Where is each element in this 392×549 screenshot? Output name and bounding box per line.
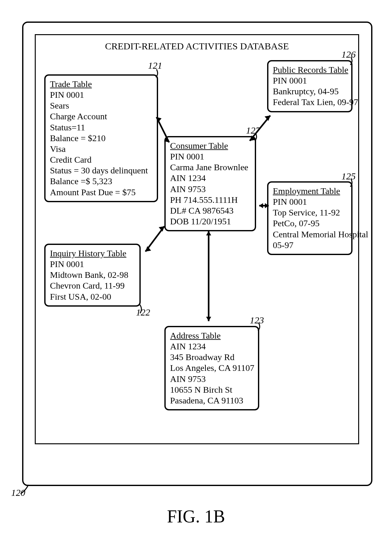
trade-line: Sears <box>50 100 152 111</box>
consumer-line: Carma Jane Brownlee <box>170 162 250 173</box>
address-header: Address Table <box>170 330 254 341</box>
svg-marker-14 <box>206 317 211 321</box>
consumer-header: Consumer Table <box>170 140 250 151</box>
lead-122 <box>126 301 148 323</box>
lead-125 <box>335 177 357 199</box>
lead-127 <box>240 131 262 153</box>
svg-marker-7 <box>259 203 263 208</box>
consumer-line: AIN 9753 <box>170 184 250 195</box>
arrow-inquiry-consumer <box>141 221 169 256</box>
public-line: Bankruptcy, 04-95 <box>273 86 347 97</box>
address-line: 10655 N Birch St <box>170 384 254 395</box>
trade-line: Balance = $210 <box>50 133 152 144</box>
trade-line: Balance =$ 5,323 <box>50 176 152 187</box>
trade-line: Visa <box>50 144 152 154</box>
consumer-line: PH 714.555.1111H <box>170 195 250 205</box>
inquiry-line: Chevron Card, 11-99 <box>50 280 135 291</box>
inquiry-line: First USA, 02-00 <box>50 291 135 302</box>
consumer-line: AIN 1234 <box>170 173 250 184</box>
inquiry-line: PIN 0001 <box>50 259 135 270</box>
figure-label: FIG. 1B <box>0 506 392 527</box>
consumer-line: PIN 0001 <box>170 151 250 162</box>
diagram-page: CREDIT-RELATED ACTIVITIES DATABASE Trade… <box>0 0 392 549</box>
inquiry-table: Inquiry History Table PIN 0001 Midtown B… <box>44 244 141 307</box>
employment-line: 05-97 <box>273 240 347 251</box>
lead-126 <box>335 55 357 78</box>
address-line: AIN 1234 <box>170 341 254 352</box>
address-line: 345 Broadway Rd <box>170 352 254 363</box>
inquiry-header: Inquiry History Table <box>50 248 135 259</box>
arrow-trade-consumer <box>150 111 175 149</box>
employment-line: Central Memorial Hospital <box>273 229 347 240</box>
svg-marker-8 <box>265 203 269 208</box>
address-line: Los Angeles, CA 91107 <box>170 363 254 373</box>
trade-line: Credit Card <box>50 154 152 165</box>
lead-120 <box>19 478 41 500</box>
trade-line: Status = 30 days delinquent <box>50 165 152 176</box>
address-line: Pasadena, CA 91103 <box>170 395 254 406</box>
svg-marker-13 <box>206 231 211 235</box>
inquiry-line: Midtown Bank, 02-98 <box>50 270 135 280</box>
diagram-title: CREDIT-RELATED ACTIVITIES DATABASE <box>36 41 358 52</box>
lead-123 <box>243 321 265 343</box>
trade-line: Status=11 <box>50 122 152 133</box>
trade-line: Charge Account <box>50 111 152 122</box>
trade-line: Amount Past Due = $75 <box>50 187 152 198</box>
lead-121 <box>141 68 163 90</box>
address-line: AIN 9753 <box>170 374 254 384</box>
employment-line: Top Service, 11-92 <box>273 207 347 218</box>
public-line: Federal Tax Lien, 09-97 <box>273 97 347 108</box>
consumer-line: DL# CA 9876543 <box>170 205 250 216</box>
employment-line: PetCo, 07-95 <box>273 218 347 229</box>
trade-table: Trade Table PIN 0001 Sears Charge Accoun… <box>44 74 158 202</box>
trade-line: PIN 0001 <box>50 90 152 100</box>
arrow-consumer-address <box>202 228 215 324</box>
consumer-line: DOB 11/20/1951 <box>170 216 250 227</box>
arrow-consumer-employment <box>256 198 272 214</box>
trade-header: Trade Table <box>50 79 152 90</box>
